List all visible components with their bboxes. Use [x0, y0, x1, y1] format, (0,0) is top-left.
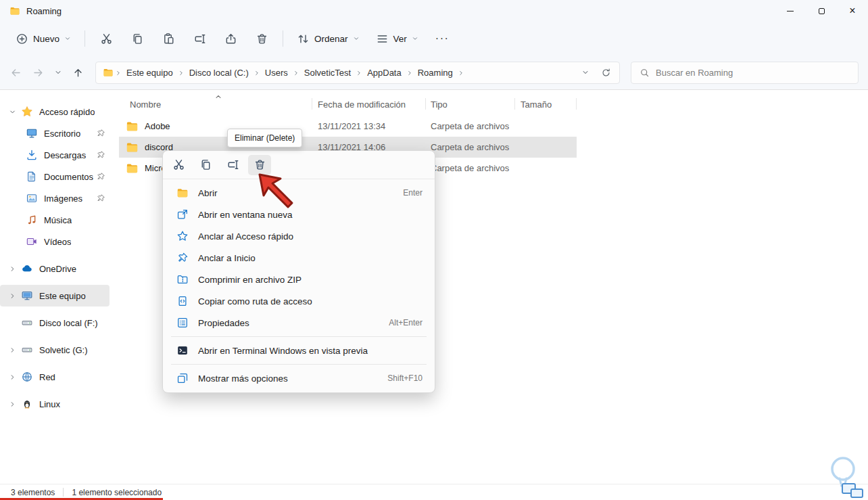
- indent-spacer: [7, 317, 18, 328]
- sidebar-item-escritorio[interactable]: Escritorio: [0, 122, 110, 144]
- chevron-down-icon: [7, 106, 18, 117]
- more-options-button[interactable]: ···: [429, 27, 456, 50]
- chevron-right-icon: [458, 66, 464, 78]
- sidebar-item-musica[interactable]: Música: [0, 209, 110, 231]
- sidebar-item-descargas[interactable]: Descargas: [0, 144, 110, 166]
- breadcrumb-roaming[interactable]: Roaming: [414, 66, 456, 80]
- sidebar-item-red[interactable]: Red: [0, 366, 110, 388]
- sidebar-item-label: Música: [44, 215, 72, 225]
- trash-icon: [254, 158, 266, 171]
- close-icon: ×: [849, 5, 855, 16]
- back-button[interactable]: [5, 62, 26, 83]
- copy-button[interactable]: [124, 27, 151, 50]
- ctx-rename-button[interactable]: [221, 155, 244, 175]
- context-menu-item-anclar-inicio[interactable]: Anclar a Inicio: [166, 247, 432, 269]
- context-menu-item-anclar-acceso-rapido[interactable]: Anclar al Acceso rápido: [166, 225, 432, 247]
- breadcrumb-users[interactable]: Users: [262, 66, 291, 80]
- address-bar: Este equipo Disco local (C:) Users Solve…: [95, 62, 620, 84]
- breadcrumb-solvetictest[interactable]: SolveticTest: [301, 66, 354, 80]
- folder-icon: [126, 141, 139, 154]
- indent-spacer: [7, 193, 18, 204]
- delete-button[interactable]: [248, 27, 275, 50]
- indent-spacer: [7, 171, 18, 182]
- search-input[interactable]: [656, 68, 852, 78]
- address-dropdown-button[interactable]: [576, 63, 595, 82]
- chevron-down-icon: [412, 35, 418, 42]
- context-menu-item-abrir-terminal[interactable]: Abrir en Terminal Windows en vista previ…: [166, 340, 432, 361]
- context-menu-item-abrir-ventana-nueva[interactable]: Abrir en ventana nueva: [166, 204, 432, 225]
- file-name: Adobe: [145, 121, 170, 131]
- sidebar-item-documentos[interactable]: Documentos: [0, 166, 110, 187]
- ctx-delete-button[interactable]: [248, 155, 271, 175]
- network-globe-icon: [21, 371, 33, 383]
- recent-locations-button[interactable]: [50, 62, 66, 83]
- breadcrumb-disco-local-c[interactable]: Disco local (C:): [186, 66, 252, 80]
- chevron-right-icon: [406, 66, 413, 78]
- copy-icon: [131, 32, 144, 45]
- sidebar-item-linux[interactable]: Linux: [0, 393, 110, 415]
- forward-button[interactable]: [28, 62, 49, 83]
- view-button[interactable]: Ver: [370, 27, 425, 50]
- new-button[interactable]: Nuevo: [9, 27, 77, 50]
- column-header-nombre[interactable]: Nombre: [119, 95, 312, 113]
- chevron-down-icon: [64, 35, 71, 42]
- close-button[interactable]: ×: [837, 0, 868, 22]
- context-menu-item-copiar-ruta[interactable]: Copiar como ruta de acceso: [166, 290, 432, 312]
- sidebar-item-label: Descargas: [44, 150, 86, 160]
- rename-icon: [193, 32, 206, 45]
- folder-icon: [126, 162, 139, 175]
- context-menu-item-propiedades[interactable]: Propiedades Alt+Enter: [166, 312, 432, 334]
- plus-circle-icon: [16, 32, 28, 45]
- up-button[interactable]: [68, 62, 89, 83]
- column-header-fecha[interactable]: Fecha de modificación: [312, 95, 426, 113]
- maximize-button[interactable]: [806, 0, 837, 22]
- pin-icon: [96, 129, 105, 138]
- titlebar: Roaming ×: [0, 0, 868, 22]
- ctx-copy-button[interactable]: [194, 155, 217, 175]
- scissors-icon: [172, 158, 185, 171]
- context-menu-item-comprimir-zip[interactable]: Comprimir en archivo ZIP: [166, 269, 432, 290]
- column-header-tipo[interactable]: Tipo: [426, 95, 515, 113]
- indent-spacer: [7, 150, 18, 160]
- paste-button[interactable]: [155, 27, 182, 50]
- sidebar-item-disco-local-f[interactable]: Disco local (F:): [0, 312, 110, 334]
- sidebar-item-este-equipo[interactable]: Este equipo: [0, 285, 110, 306]
- file-type: Carpeta de archivos: [426, 163, 515, 173]
- breadcrumb-appdata[interactable]: AppData: [364, 66, 405, 80]
- copy-path-icon: [176, 295, 189, 307]
- sidebar-item-label: Disco local (F:): [39, 318, 98, 328]
- sidebar-item-videos[interactable]: Vídeos: [0, 231, 110, 252]
- sidebar-item-label: Solvetic (G:): [39, 345, 88, 355]
- sidebar-item-acceso-rapido[interactable]: Acceso rápido: [0, 101, 110, 122]
- chevron-right-icon: [7, 263, 18, 274]
- indent-spacer: [7, 236, 18, 247]
- menu-divider: [171, 364, 427, 365]
- sidebar-item-label: Red: [39, 372, 55, 382]
- file-row-adobe[interactable]: Adobe 13/11/2021 13:34 Carpeta de archiv…: [119, 116, 577, 137]
- pin-icon: [96, 150, 105, 160]
- zip-folder-icon: [176, 273, 189, 286]
- sidebar-item-label: Este equipo: [39, 291, 86, 301]
- rename-button[interactable]: [186, 27, 213, 50]
- minimize-button[interactable]: [775, 0, 806, 22]
- sidebar-item-imagenes[interactable]: Imágenes: [0, 187, 110, 209]
- properties-icon: [176, 317, 189, 329]
- sidebar-item-onedrive[interactable]: OneDrive: [0, 258, 110, 279]
- cut-button[interactable]: [93, 27, 120, 50]
- context-menu-item-abrir[interactable]: Abrir Enter: [166, 182, 432, 204]
- chevron-down-icon: [353, 35, 360, 42]
- breadcrumb-este-equipo[interactable]: Este equipo: [123, 66, 176, 80]
- onedrive-cloud-icon: [21, 263, 33, 275]
- sidebar: Acceso rápido Escritorio Descargas Docum…: [0, 90, 119, 484]
- context-menu-items: Abrir Enter Abrir en ventana nueva Ancla…: [163, 179, 435, 389]
- refresh-button[interactable]: [596, 63, 615, 82]
- chevron-right-icon: [7, 344, 18, 355]
- share-button[interactable]: [217, 27, 244, 50]
- video-icon: [26, 235, 38, 248]
- column-header-tamano[interactable]: Tamaño: [515, 95, 577, 113]
- context-menu-item-mostrar-mas-opciones[interactable]: Mostrar más opciones Shift+F10: [166, 367, 432, 389]
- sort-button[interactable]: Ordenar: [291, 27, 366, 50]
- delete-tooltip: Eliminar (Delete): [227, 129, 302, 147]
- sidebar-item-solvetic-g[interactable]: Solvetic (G:): [0, 339, 110, 361]
- ctx-cut-button[interactable]: [167, 155, 190, 175]
